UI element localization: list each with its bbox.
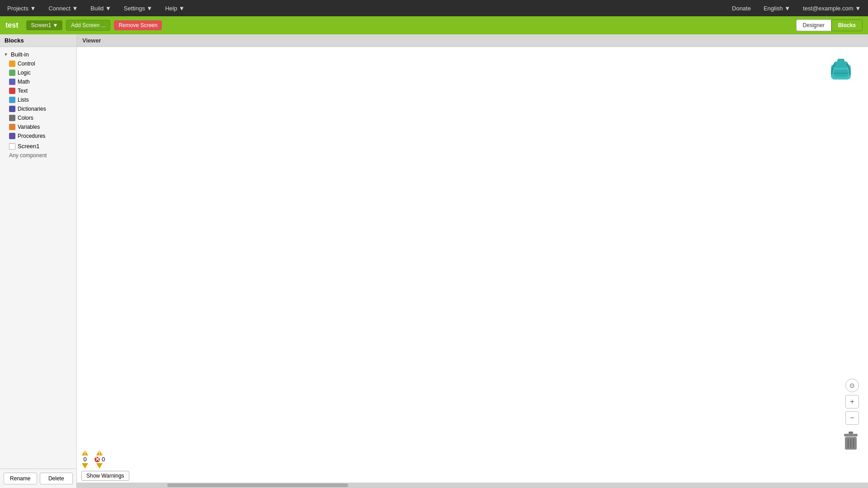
- built-in-children: Control Logic Math Text: [0, 59, 76, 141]
- dictionaries-label: Dictionaries: [18, 106, 46, 112]
- procedures-icon: [9, 133, 15, 139]
- zoom-controls: ⊙ + −: [845, 379, 859, 425]
- tree-item-text[interactable]: Text: [5, 86, 76, 95]
- collapse-icon: ▼: [4, 52, 9, 57]
- tree-item-colors[interactable]: Colors: [5, 113, 76, 122]
- built-in-parent[interactable]: ▼ Built-in: [0, 50, 76, 59]
- main-area: Blocks ▼ Built-in Control Logic: [0, 34, 868, 488]
- build-menu[interactable]: Build ▼: [88, 3, 113, 14]
- nav-right: Donate English ▼ test@example.com ▼: [729, 3, 863, 14]
- donate-link[interactable]: Donate: [729, 3, 754, 14]
- warning-icon-wrap: ! 0: [81, 450, 89, 469]
- svg-text:!: !: [84, 450, 86, 456]
- trash-area[interactable]: [843, 432, 859, 452]
- delete-button[interactable]: Delete: [40, 473, 73, 484]
- math-label: Math: [18, 79, 30, 85]
- tree-item-dictionaries[interactable]: Dictionaries: [5, 104, 76, 113]
- lists-icon: [9, 97, 15, 103]
- connect-menu[interactable]: Connect ▼: [46, 3, 80, 14]
- dictionaries-icon: [9, 106, 15, 112]
- text-label: Text: [18, 88, 28, 94]
- warning-count: 0: [83, 456, 86, 463]
- error-icon-wrap: ! ✕ 0: [94, 450, 105, 469]
- screen1-label: Screen1: [18, 143, 39, 150]
- built-in-section: ▼ Built-in Control Logic Math: [0, 49, 76, 141]
- show-warnings-button[interactable]: Show Warnings: [81, 471, 129, 481]
- sidebar: Blocks ▼ Built-in Control Logic: [0, 34, 77, 488]
- control-icon: [9, 61, 15, 67]
- text-icon: [9, 88, 15, 94]
- colors-label: Colors: [18, 115, 33, 121]
- variables-label: Variables: [18, 124, 40, 130]
- tree-item-variables[interactable]: Variables: [5, 122, 76, 131]
- tree-item-control[interactable]: Control: [5, 59, 76, 68]
- warning-triangle-up-icon: !: [81, 450, 89, 456]
- sidebar-bottom: Rename Delete: [0, 469, 76, 488]
- built-in-label: Built-in: [11, 51, 29, 58]
- warnings-indicators: ! 0 !: [81, 450, 105, 469]
- screen1-item[interactable]: Screen1: [0, 141, 76, 151]
- add-screen-button[interactable]: Add Screen ...: [66, 20, 110, 31]
- projects-menu[interactable]: Projects ▼: [5, 3, 38, 14]
- tree-container: ▼ Built-in Control Logic Math: [0, 47, 76, 469]
- backpack-icon: [827, 56, 854, 83]
- svg-rect-5: [849, 432, 853, 434]
- svg-rect-2: [837, 59, 844, 62]
- help-menu[interactable]: Help ▼: [162, 3, 187, 14]
- tree-item-lists[interactable]: Lists: [5, 95, 76, 104]
- tree-item-logic[interactable]: Logic: [5, 68, 76, 77]
- project-title: test: [5, 21, 18, 29]
- viewer-canvas[interactable]: ⊙ + −: [77, 47, 868, 488]
- warning-triangle-down-icon: [81, 463, 89, 469]
- error-item: ! ✕ 0: [94, 450, 105, 469]
- warnings-bar: ! 0 !: [81, 450, 129, 481]
- language-menu[interactable]: English ▼: [761, 3, 793, 14]
- viewer-area: Viewer: [77, 34, 868, 488]
- scrollbar-thumb: [167, 483, 348, 487]
- screen1-icon: [9, 143, 15, 150]
- view-toggle-buttons: Designer Blocks: [796, 19, 863, 31]
- center-button[interactable]: ⊙: [845, 379, 859, 392]
- logic-icon: [9, 70, 15, 76]
- blocks-button[interactable]: Blocks: [831, 19, 863, 31]
- math-icon: [9, 79, 15, 85]
- title-bar: test Screen1 ▼ Add Screen ... Remove Scr…: [0, 16, 868, 34]
- error-triangle-down-icon: [96, 463, 103, 469]
- warning-item: ! 0: [81, 450, 89, 469]
- screen1-dropdown-button[interactable]: Screen1 ▼: [26, 20, 62, 30]
- svg-text:✕: ✕: [95, 456, 100, 463]
- svg-marker-13: [82, 463, 88, 469]
- settings-menu[interactable]: Settings ▼: [121, 3, 155, 14]
- zoom-out-button[interactable]: −: [845, 411, 859, 425]
- viewer-header: Viewer: [77, 34, 868, 47]
- control-label: Control: [18, 61, 35, 67]
- logic-label: Logic: [18, 70, 31, 76]
- svg-rect-6: [844, 434, 858, 436]
- bottom-scrollbar[interactable]: [77, 483, 868, 488]
- variables-icon: [9, 124, 15, 130]
- svg-rect-1: [834, 61, 848, 68]
- procedures-label: Procedures: [18, 133, 45, 139]
- svg-marker-18: [96, 463, 103, 469]
- remove-screen-button[interactable]: Remove Screen: [114, 20, 162, 30]
- designer-button[interactable]: Designer: [796, 19, 831, 31]
- error-triangle-up-icon: !: [96, 450, 103, 456]
- any-component-item[interactable]: Any component: [0, 151, 76, 160]
- rename-button[interactable]: Rename: [4, 473, 37, 484]
- lists-label: Lists: [18, 97, 29, 103]
- zoom-in-button[interactable]: +: [845, 395, 859, 408]
- colors-icon: [9, 115, 15, 121]
- tree-item-math[interactable]: Math: [5, 77, 76, 86]
- svg-text:!: !: [99, 450, 100, 456]
- user-menu[interactable]: test@example.com ▼: [800, 3, 863, 14]
- blocks-header: Blocks: [0, 34, 76, 47]
- tree-item-procedures[interactable]: Procedures: [5, 131, 76, 141]
- error-count: 0: [102, 456, 105, 463]
- top-nav: Projects ▼ Connect ▼ Build ▼ Settings ▼ …: [0, 0, 868, 16]
- error-circle-icon: ✕: [94, 456, 100, 463]
